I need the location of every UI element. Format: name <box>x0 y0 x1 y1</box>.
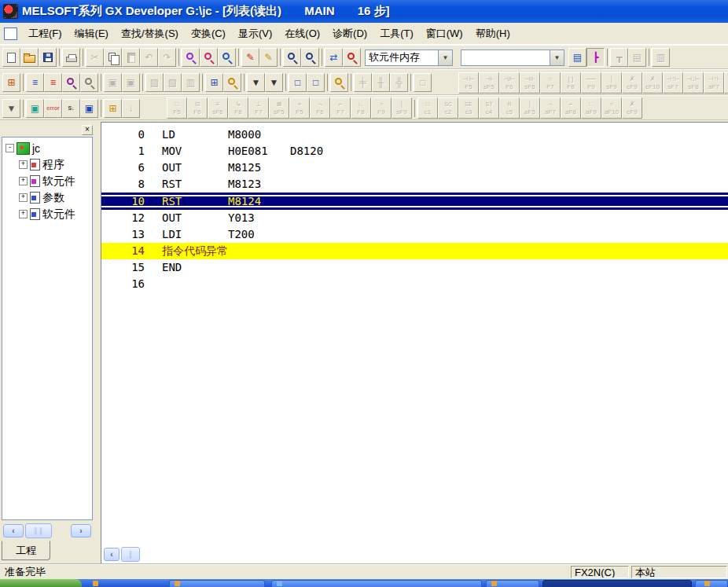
delete-line-button[interactable]: ╫ <box>372 73 390 92</box>
sfc-rule-button[interactable]: □c1 <box>417 97 438 119</box>
find-instruction-button[interactable] <box>200 48 218 67</box>
list-horizontal-scrollbar[interactable]: ‹ ║ <box>101 545 728 563</box>
program-check-button[interactable] <box>343 48 361 67</box>
sfc-vline-2-button[interactable]: │aF5 <box>520 97 540 119</box>
new-project-button[interactable] <box>2 48 20 67</box>
open-branch-button[interactable]: ⊣⊦sF5 <box>479 72 499 94</box>
redo-button[interactable]: ↷ <box>158 48 176 67</box>
close-tree-panel-button[interactable]: × <box>82 125 93 135</box>
list-row-error[interactable]: 14指令代码异常 <box>101 243 728 259</box>
menu-item-s[interactable]: 查找/替换(S) <box>115 25 185 42</box>
instruction-list-view[interactable]: 0LDM80001MOVH0E081D81206OUTM81258RSTM812… <box>101 122 728 545</box>
sfc-conv-2-button[interactable]: ∟aF9 <box>581 97 601 119</box>
screen-display-button[interactable]: □ <box>414 73 432 92</box>
find-in-program-button[interactable] <box>62 73 80 92</box>
copy-button[interactable] <box>104 48 122 67</box>
scroll-right-icon[interactable]: › <box>71 524 91 537</box>
chevron-down-icon[interactable]: ▼ <box>438 50 452 65</box>
error-jump-button[interactable]: error <box>44 99 62 118</box>
tree-item-1[interactable]: +程序 <box>2 156 92 173</box>
open-window-2-button[interactable]: □ <box>307 73 325 92</box>
replace-string-button[interactable]: ✎ <box>259 48 278 67</box>
alias-display-button[interactable]: ▥ <box>652 48 670 67</box>
tree-item-2[interactable]: +软元件 <box>2 173 92 189</box>
mdi-child-icon[interactable] <box>4 28 17 40</box>
closed-branch-button[interactable]: ⊣/⊦sF6 <box>520 72 540 94</box>
menu-item-t[interactable]: 工具(T) <box>373 25 420 42</box>
sfc-vertical-line-button[interactable]: │sF9 <box>392 97 412 119</box>
scroll-left-icon[interactable]: ‹ <box>104 548 119 561</box>
application-instruction-button[interactable]: [ ]F8 <box>561 72 581 94</box>
insert-line-button[interactable]: ╪ <box>354 73 372 92</box>
sfc-delete-line-button[interactable]: ✗cF9 <box>622 97 642 119</box>
find-contact-coil-button[interactable] <box>283 48 301 67</box>
sfc-jump-button[interactable]: ↳F8 <box>228 97 248 119</box>
tree-item-4[interactable]: +软元件 <box>2 206 92 222</box>
save-project-button[interactable] <box>39 48 57 67</box>
find-next-button[interactable] <box>80 73 98 92</box>
sfc-selection-divergence-button[interactable]: ¬F6 <box>310 97 330 119</box>
taskbar-button[interactable] <box>271 580 482 587</box>
menu-item-h[interactable]: 帮助(H) <box>469 25 517 42</box>
tree-item-root[interactable]: -jc <box>2 140 92 156</box>
sfc-simultaneous-convergence-button[interactable]: =F9 <box>371 97 392 119</box>
print-button[interactable] <box>62 48 80 67</box>
circuit-block-monitor-button[interactable]: ⊞ <box>205 73 223 92</box>
find-string-button[interactable] <box>218 48 236 67</box>
forced-input-button[interactable]: ▧ <box>164 73 182 92</box>
find-device-usage-button[interactable] <box>301 48 319 67</box>
open-project-button[interactable] <box>20 48 39 67</box>
comment-display-button[interactable]: ┳ <box>610 48 628 67</box>
toggle-project-tree-button[interactable]: ┣ <box>586 48 605 67</box>
monitor-start-button[interactable]: ▣ <box>104 73 122 92</box>
scroll-left-icon[interactable]: ‹ <box>3 524 24 537</box>
delete-horizontal-line-button[interactable]: ✗cF9 <box>622 72 642 94</box>
list-row[interactable]: 0LDM8000 <box>101 127 728 143</box>
sfc-simultaneous-divergence-button[interactable]: ⌐F7 <box>330 97 351 119</box>
cut-button[interactable]: ✂ <box>86 48 104 67</box>
chevron-down-icon[interactable]: ▼ <box>550 50 564 65</box>
entry-data-monitor-button[interactable] <box>330 73 348 92</box>
instruction-list-view-button[interactable]: ≡ <box>26 73 44 92</box>
sfc-conv-3-button[interactable]: =aF10 <box>601 97 622 119</box>
taskbar-button[interactable] <box>169 580 265 587</box>
step-interval-button[interactable]: ▼ <box>265 73 283 92</box>
sfc-r-button[interactable]: Rc5 <box>499 97 520 119</box>
tree-expander-icon[interactable]: + <box>19 177 28 185</box>
step-execution-button[interactable]: ▼ <box>247 73 265 92</box>
insert-rung-button[interactable]: ╬ <box>390 73 408 92</box>
list-edit-mode-button[interactable]: ≡ <box>44 73 62 92</box>
scroll-thumb[interactable]: ║║ <box>25 523 52 538</box>
sfc-selection-convergence-button[interactable]: ∟F8 <box>351 97 371 119</box>
rising-pulse-branch-button[interactable]: ⊣↑⊦aF7 <box>704 72 724 94</box>
vertical-line-button[interactable]: │sF9 <box>601 72 622 94</box>
open-window-button[interactable]: □ <box>289 73 307 92</box>
menu-item-w[interactable]: 窗口(W) <box>420 25 469 42</box>
taskbar-icon[interactable] <box>93 581 98 586</box>
project-data-list-button[interactable]: ▤ <box>568 48 586 67</box>
sfc-block-list-button[interactable]: ⊞ <box>104 99 122 118</box>
menu-item-o[interactable]: 在线(O) <box>278 25 326 42</box>
sfc-div-2-button[interactable]: ¬aF7 <box>540 97 561 119</box>
horizontal-line-button[interactable]: ──F9 <box>581 72 601 94</box>
falling-pulse-branch-button[interactable]: ⊣↓⊦aF8 <box>724 72 728 94</box>
open-contact-button[interactable]: ⊣ ⊢F5 <box>458 72 479 94</box>
menu-item-d[interactable]: 诊断(D) <box>326 25 373 42</box>
undo-button[interactable]: ↶ <box>140 48 158 67</box>
list-row[interactable]: 12OUTY013 <box>101 210 728 226</box>
statement-display-button[interactable]: ▤ <box>628 48 646 67</box>
replace-device-button[interactable]: ✎ <box>241 48 259 67</box>
sfc-block-step-button[interactable]: ⊟F6 <box>187 97 208 119</box>
paste-button[interactable] <box>122 48 140 67</box>
list-row-selected[interactable]: 10RSTM8124 <box>101 193 728 210</box>
tree-item-3[interactable]: +参数 <box>2 189 92 206</box>
list-row[interactable]: 1MOVH0E081D8120 <box>101 143 728 160</box>
tree-expander-icon[interactable]: + <box>19 160 28 169</box>
sfc-se-button[interactable]: SEc3 <box>458 97 479 119</box>
sfc-step-button[interactable]: □F5 <box>167 97 187 119</box>
taskbar-button-active[interactable] <box>542 580 692 587</box>
device-test-button[interactable]: ▨ <box>145 73 164 92</box>
block-display-button[interactable]: ▣ <box>80 99 98 118</box>
ladder-symbol-mode-button[interactable]: ⊞ <box>2 73 20 92</box>
find-device-button[interactable] <box>182 48 200 67</box>
